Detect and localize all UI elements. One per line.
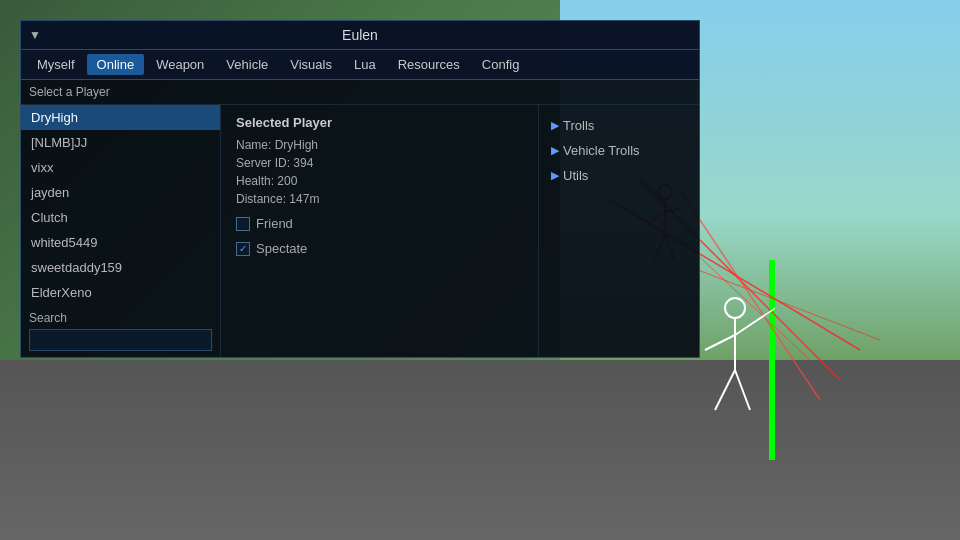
svg-line-11 bbox=[765, 305, 775, 315]
action-menu: ▶ Trolls ▶ Vehicle Trolls ▶ Utils bbox=[539, 105, 699, 357]
friend-checkbox[interactable] bbox=[236, 217, 250, 231]
app-title: Eulen bbox=[342, 27, 378, 43]
player-item[interactable]: [NLMB]JJ bbox=[21, 130, 220, 155]
arrow-icon: ▶ bbox=[551, 144, 559, 157]
player-name-detail: Name: DryHigh bbox=[236, 138, 523, 152]
main-content: DryHigh [NLMB]JJ vixx jayden Clutch whit… bbox=[21, 105, 699, 357]
dropdown-arrow-icon: ▼ bbox=[29, 28, 41, 42]
search-area: Search bbox=[21, 305, 220, 357]
tab-weapon[interactable]: Weapon bbox=[146, 54, 214, 75]
tab-resources[interactable]: Resources bbox=[388, 54, 470, 75]
player-item[interactable]: ElderXeno bbox=[21, 280, 220, 305]
tab-visuals[interactable]: Visuals bbox=[280, 54, 342, 75]
search-input[interactable] bbox=[29, 329, 212, 351]
player-figure-main bbox=[695, 290, 775, 440]
selected-player-title: Selected Player bbox=[236, 115, 523, 130]
action-utils[interactable]: ▶ Utils bbox=[539, 163, 699, 188]
tab-online[interactable]: Online bbox=[87, 54, 145, 75]
tab-lua[interactable]: Lua bbox=[344, 54, 386, 75]
game-street bbox=[0, 360, 960, 540]
health-detail: Health: 200 bbox=[236, 174, 523, 188]
tab-vehicle[interactable]: Vehicle bbox=[216, 54, 278, 75]
player-list: DryHigh [NLMB]JJ vixx jayden Clutch whit… bbox=[21, 105, 221, 357]
utils-label: Utils bbox=[563, 168, 588, 183]
player-item[interactable]: sweetdaddy159 bbox=[21, 255, 220, 280]
section-header: Select a Player bbox=[21, 80, 699, 105]
search-label: Search bbox=[29, 311, 212, 325]
svg-line-10 bbox=[735, 370, 750, 410]
menu-overlay: ▼ Eulen Myself Online Weapon Vehicle Vis… bbox=[20, 20, 700, 358]
action-trolls[interactable]: ▶ Trolls bbox=[539, 113, 699, 138]
tab-config[interactable]: Config bbox=[472, 54, 530, 75]
friend-checkbox-row[interactable]: Friend bbox=[236, 216, 523, 231]
distance-detail: Distance: 147m bbox=[236, 192, 523, 206]
nav-tabs: Myself Online Weapon Vehicle Visuals Lua… bbox=[21, 50, 699, 80]
player-details: Selected Player Name: DryHigh Server ID:… bbox=[221, 105, 539, 357]
player-item[interactable]: DryHigh bbox=[21, 105, 220, 130]
title-bar: ▼ Eulen bbox=[21, 21, 699, 50]
spectate-checkbox[interactable] bbox=[236, 242, 250, 256]
svg-line-7 bbox=[705, 335, 735, 350]
friend-label: Friend bbox=[256, 216, 293, 231]
player-item[interactable]: whited5449 bbox=[21, 230, 220, 255]
spectate-label: Spectate bbox=[256, 241, 307, 256]
svg-line-9 bbox=[715, 370, 735, 410]
player-item[interactable]: jayden bbox=[21, 180, 220, 205]
spectate-checkbox-row[interactable]: Spectate bbox=[236, 241, 523, 256]
arrow-icon: ▶ bbox=[551, 169, 559, 182]
player-item[interactable]: Clutch bbox=[21, 205, 220, 230]
server-id-detail: Server ID: 394 bbox=[236, 156, 523, 170]
player-item[interactable]: vixx bbox=[21, 155, 220, 180]
trolls-label: Trolls bbox=[563, 118, 594, 133]
action-vehicle-trolls[interactable]: ▶ Vehicle Trolls bbox=[539, 138, 699, 163]
svg-point-5 bbox=[725, 298, 745, 318]
arrow-icon: ▶ bbox=[551, 119, 559, 132]
vehicle-trolls-label: Vehicle Trolls bbox=[563, 143, 640, 158]
tab-myself[interactable]: Myself bbox=[27, 54, 85, 75]
